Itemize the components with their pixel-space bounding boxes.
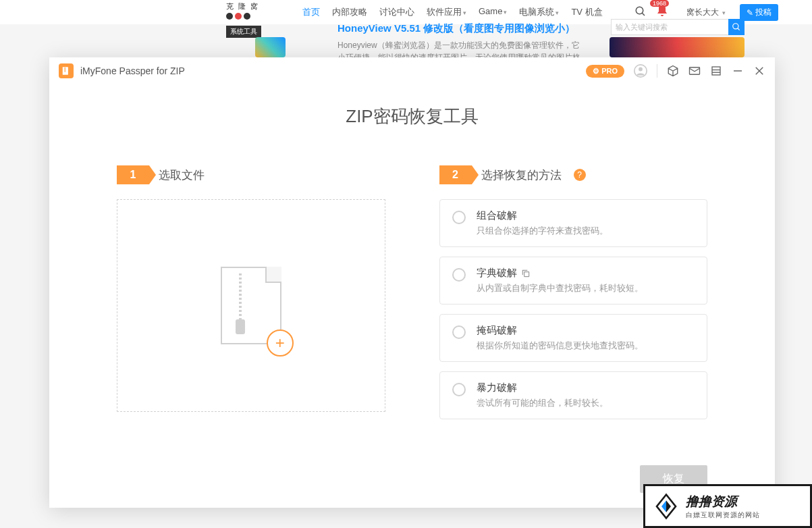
radio-icon xyxy=(452,325,466,339)
search-box[interactable]: 输入关键词搜索 xyxy=(611,19,739,35)
pro-badge[interactable]: ⚙PRO xyxy=(586,65,624,78)
app-title: iMyFone Passper for ZIP xyxy=(80,65,586,76)
step-2-number: 2 xyxy=(439,165,472,184)
option-desc: 只组合你选择的字符来查找密码。 xyxy=(477,225,695,237)
copy-icon xyxy=(521,269,531,278)
titlebar: iMyFone Passper for ZIP ⚙PRO xyxy=(49,57,775,84)
step-2-title: 选择恢复的方法 xyxy=(481,167,562,183)
option-combination[interactable]: 组合破解 只组合你选择的字符来查找密码。 xyxy=(439,199,708,247)
watermark-logo-icon xyxy=(652,492,680,521)
article-thumbnail xyxy=(255,37,286,57)
svg-point-0 xyxy=(636,7,643,14)
option-title: 组合破解 xyxy=(477,209,517,222)
category-tag[interactable]: 系统工具 xyxy=(226,26,261,38)
step-2: 2 选择恢复的方法 ? 组合破解 只组合你选择的字符来查找密码。 xyxy=(439,165,708,419)
watermark-title: 撸撸资源 xyxy=(686,493,760,510)
site-logo[interactable]: 克 隆 窝 xyxy=(226,1,259,20)
svg-rect-15 xyxy=(524,271,529,276)
zip-file-icon: + xyxy=(221,267,281,344)
notification-badge: 1968 xyxy=(650,0,669,7)
step-1: 1 选取文件 + xyxy=(117,165,385,419)
svg-point-2 xyxy=(733,24,738,29)
mail-icon[interactable] xyxy=(688,65,701,77)
add-icon: + xyxy=(267,329,294,357)
svg-rect-5 xyxy=(65,68,65,72)
menu-icon[interactable] xyxy=(710,65,722,77)
logo-text: 克 隆 窝 xyxy=(226,1,259,11)
option-brute-force[interactable]: 暴力破解 尝试所有可能的组合，耗时较长。 xyxy=(439,371,708,419)
account-icon[interactable] xyxy=(634,64,647,78)
submit-button[interactable]: ✎投稿 xyxy=(740,4,778,21)
option-title: 掩码破解 xyxy=(477,324,517,337)
nav-tvbox[interactable]: TV 机盒 xyxy=(571,6,602,18)
nav-software[interactable]: 软件应用▾ xyxy=(427,6,466,18)
main-nav: 首页 内部攻略 讨论中心 软件应用▾ Game▾ 电脑系统▾ TV 机盒 xyxy=(302,6,603,18)
svg-rect-9 xyxy=(712,67,720,75)
modal-body: ZIP密码恢复工具 1 选取文件 xyxy=(49,84,775,508)
minimize-button[interactable] xyxy=(732,65,744,77)
radio-icon xyxy=(452,211,466,224)
svg-line-3 xyxy=(738,28,740,30)
sidebar-banner xyxy=(610,37,745,57)
search-icon[interactable] xyxy=(634,5,647,18)
help-icon[interactable]: ? xyxy=(574,169,586,181)
svg-line-1 xyxy=(642,13,645,16)
option-desc: 根据你所知道的密码信息更快地查找密码。 xyxy=(477,340,695,352)
nav-home[interactable]: 首页 xyxy=(302,6,320,18)
svg-point-7 xyxy=(639,68,643,72)
radio-icon xyxy=(452,383,466,396)
recovery-options: 组合破解 只组合你选择的字符来查找密码。 字典破解 从内置或自制字典中查找密码，… xyxy=(439,199,708,419)
watermark-subtitle: 白嫖互联网资源的网站 xyxy=(686,510,760,520)
option-desc: 尝试所有可能的组合，耗时较长。 xyxy=(477,397,695,409)
option-desc: 从内置或自制字典中查找密码，耗时较短。 xyxy=(477,282,695,294)
nav-system[interactable]: 电脑系统▾ xyxy=(519,6,559,18)
app-icon xyxy=(59,63,74,78)
user-menu[interactable]: 窝长大大 ▾ xyxy=(686,7,726,18)
option-title: 字典破解 xyxy=(477,267,517,280)
watermark: 撸撸资源 白嫖互联网资源的网站 xyxy=(643,484,812,528)
nav-internal[interactable]: 内部攻略 xyxy=(332,6,367,18)
app-window: iMyFone Passper for ZIP ⚙PRO ZIP密码恢复工具 1… xyxy=(49,57,775,508)
option-title: 暴力破解 xyxy=(477,381,517,394)
page-title: ZIP密码恢复工具 xyxy=(117,105,707,128)
search-submit[interactable] xyxy=(728,19,745,35)
option-dictionary[interactable]: 字典破解 从内置或自制字典中查找密码，耗时较短。 xyxy=(439,257,708,305)
option-mask[interactable]: 掩码破解 根据你所知道的密码信息更快地查找密码。 xyxy=(439,314,708,362)
close-button[interactable] xyxy=(753,65,765,77)
radio-icon xyxy=(452,268,466,282)
cube-icon[interactable] xyxy=(667,65,679,77)
step-1-number: 1 xyxy=(117,165,149,184)
file-dropzone[interactable]: + xyxy=(117,199,385,412)
step-1-title: 选取文件 xyxy=(159,167,205,183)
nav-discuss[interactable]: 讨论中心 xyxy=(379,6,414,18)
nav-game[interactable]: Game▾ xyxy=(479,6,507,18)
article-title[interactable]: HoneyView V5.51 修改版（看度图专用图像浏览小） xyxy=(337,22,575,35)
